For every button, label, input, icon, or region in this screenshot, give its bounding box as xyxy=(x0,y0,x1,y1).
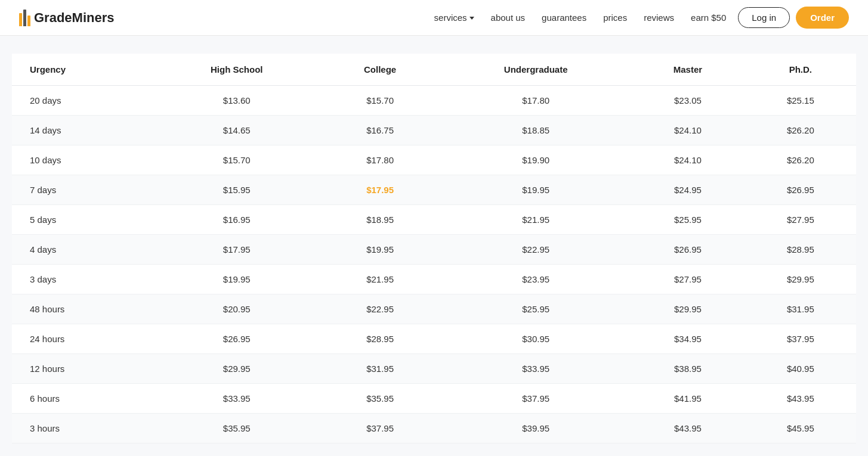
price-cell: $27.95 xyxy=(631,265,745,294)
price-cell: $24.10 xyxy=(631,116,745,145)
price-cell: $23.95 xyxy=(441,265,631,294)
price-cell: $17.80 xyxy=(319,145,441,175)
price-cell: $43.95 xyxy=(745,384,856,414)
urgency-cell: 12 hours xyxy=(12,354,155,384)
chevron-down-icon xyxy=(469,17,474,20)
price-cell: $29.95 xyxy=(631,294,745,324)
nav-about[interactable]: about us xyxy=(491,13,526,23)
price-cell: $30.95 xyxy=(441,324,631,354)
price-cell: $17.80 xyxy=(441,86,631,116)
price-cell: $37.95 xyxy=(319,414,441,443)
col-header-urgency: Urgency xyxy=(12,54,155,86)
price-cell: $18.85 xyxy=(441,116,631,145)
price-table: Urgency High School College Undergraduat… xyxy=(12,54,856,443)
price-cell: $13.60 xyxy=(155,86,319,116)
table-row: 14 days$14.65$16.75$18.85$24.10$26.20 xyxy=(12,116,856,145)
price-cell: $39.95 xyxy=(441,414,631,443)
table-row: 7 days$15.95$17.95$19.95$24.95$26.95 xyxy=(12,175,856,205)
price-cell: $38.95 xyxy=(631,354,745,384)
price-cell: $14.65 xyxy=(155,116,319,145)
pencil-icon-3 xyxy=(27,15,30,26)
table-row: 12 hours$29.95$31.95$33.95$38.95$40.95 xyxy=(12,354,856,384)
urgency-cell: 6 hours xyxy=(12,384,155,414)
price-cell: $41.95 xyxy=(631,384,745,414)
urgency-cell: 48 hours xyxy=(12,294,155,324)
price-cell: $25.15 xyxy=(745,86,856,116)
urgency-cell: 5 days xyxy=(12,205,155,235)
price-cell: $26.20 xyxy=(745,116,856,145)
col-header-undergraduate: Undergraduate xyxy=(441,54,631,86)
col-header-phd: Ph.D. xyxy=(745,54,856,86)
order-button[interactable]: Order xyxy=(796,7,849,29)
nav-prices[interactable]: prices xyxy=(603,13,627,23)
price-cell: $43.95 xyxy=(631,414,745,443)
price-cell: $40.95 xyxy=(745,354,856,384)
urgency-cell: 20 days xyxy=(12,86,155,116)
price-cell: $28.95 xyxy=(319,324,441,354)
col-header-highschool: High School xyxy=(155,54,319,86)
price-cell: $16.75 xyxy=(319,116,441,145)
price-cell: $25.95 xyxy=(441,294,631,324)
urgency-cell: 3 hours xyxy=(12,414,155,443)
price-cell: $26.95 xyxy=(631,235,745,265)
price-cell: $29.95 xyxy=(745,265,856,294)
nav-reviews[interactable]: reviews xyxy=(644,13,674,23)
price-cell: $33.95 xyxy=(441,354,631,384)
logo[interactable]: GradeMiners xyxy=(19,10,115,26)
price-cell: $33.95 xyxy=(155,384,319,414)
price-cell: $24.95 xyxy=(631,175,745,205)
price-cell: $34.95 xyxy=(631,324,745,354)
login-button[interactable]: Log in xyxy=(738,7,790,28)
urgency-cell: 3 days xyxy=(12,265,155,294)
nav-earn[interactable]: earn $50 xyxy=(691,13,726,23)
price-cell: $17.95 xyxy=(155,235,319,265)
pencil-icon-1 xyxy=(19,13,22,26)
price-cell: $15.70 xyxy=(155,145,319,175)
price-cell: $19.95 xyxy=(441,175,631,205)
price-cell: $35.95 xyxy=(155,414,319,443)
price-cell: $19.95 xyxy=(155,265,319,294)
logo-icon xyxy=(19,10,30,26)
price-cell: $31.95 xyxy=(319,354,441,384)
price-cell: $21.95 xyxy=(319,265,441,294)
table-row: 3 hours$35.95$37.95$39.95$43.95$45.95 xyxy=(12,414,856,443)
price-cell: $31.95 xyxy=(745,294,856,324)
table-row: 3 days$19.95$21.95$23.95$27.95$29.95 xyxy=(12,265,856,294)
price-cell: $22.95 xyxy=(441,235,631,265)
table-header-row: Urgency High School College Undergraduat… xyxy=(12,54,856,86)
nav-guarantees[interactable]: guarantees xyxy=(542,13,586,23)
col-header-master: Master xyxy=(631,54,745,86)
table-row: 20 days$13.60$15.70$17.80$23.05$25.15 xyxy=(12,86,856,116)
urgency-cell: 14 days xyxy=(12,116,155,145)
price-cell: $25.95 xyxy=(631,205,745,235)
price-cell: $24.10 xyxy=(631,145,745,175)
col-header-college: College xyxy=(319,54,441,86)
pencil-icon-2 xyxy=(23,10,26,26)
price-cell: $18.95 xyxy=(319,205,441,235)
urgency-cell: 4 days xyxy=(12,235,155,265)
price-cell: $19.90 xyxy=(441,145,631,175)
price-cell: $37.95 xyxy=(441,384,631,414)
logo-text: GradeMiners xyxy=(34,10,115,26)
table-row: 4 days$17.95$19.95$22.95$26.95$28.95 xyxy=(12,235,856,265)
price-cell: $26.95 xyxy=(155,324,319,354)
nav-services[interactable]: services xyxy=(434,13,474,23)
table-row: 48 hours$20.95$22.95$25.95$29.95$31.95 xyxy=(12,294,856,324)
price-cell: $20.95 xyxy=(155,294,319,324)
table-row: 5 days$16.95$18.95$21.95$25.95$27.95 xyxy=(12,205,856,235)
price-cell: $16.95 xyxy=(155,205,319,235)
price-table-container: Urgency High School College Undergraduat… xyxy=(0,36,868,456)
table-row: 6 hours$33.95$35.95$37.95$41.95$43.95 xyxy=(12,384,856,414)
price-cell: $28.95 xyxy=(745,235,856,265)
price-cell: $26.20 xyxy=(745,145,856,175)
price-cell: $26.95 xyxy=(745,175,856,205)
price-cell: $35.95 xyxy=(319,384,441,414)
urgency-cell: 7 days xyxy=(12,175,155,205)
nav-links: services about us guarantees prices revi… xyxy=(434,13,727,23)
price-cell: $29.95 xyxy=(155,354,319,384)
price-cell: $21.95 xyxy=(441,205,631,235)
price-cell: $37.95 xyxy=(745,324,856,354)
table-row: 24 hours$26.95$28.95$30.95$34.95$37.95 xyxy=(12,324,856,354)
urgency-cell: 10 days xyxy=(12,145,155,175)
price-cell: $17.95 xyxy=(319,175,441,205)
